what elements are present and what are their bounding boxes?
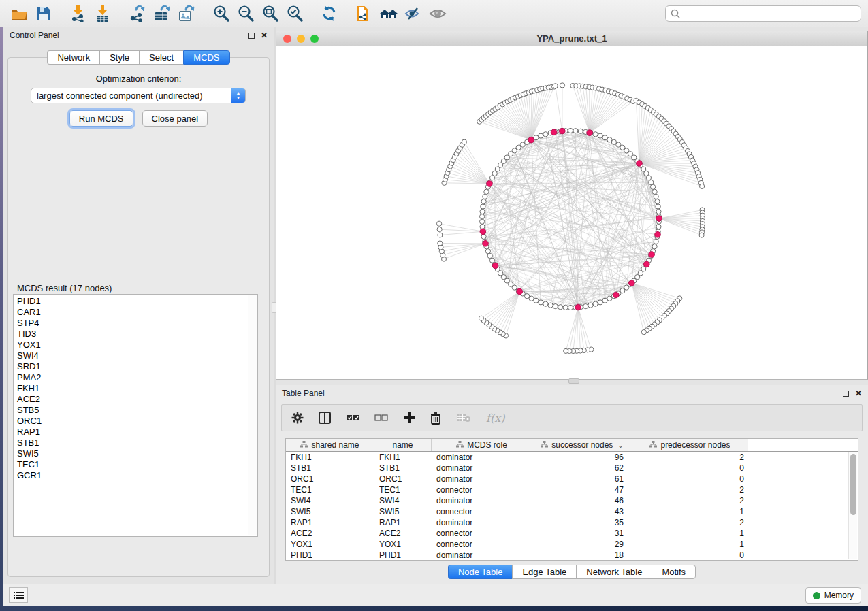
mcds-result-item[interactable]: GCR1 [17,470,257,481]
tab-motifs[interactable]: Motifs [652,565,696,579]
status-bar: Memory [3,584,868,606]
mcds-result-item[interactable]: FKH1 [17,383,257,394]
network-window-title: YPA_prune.txt_1 [276,33,867,44]
home-networks-icon[interactable] [376,3,401,24]
delete-row-icon[interactable] [430,412,441,425]
save-icon[interactable] [31,3,56,24]
import-network-icon[interactable] [66,3,91,24]
app-window: Control Panel ✕ NetworkStyleSelectMCDS O… [3,27,868,584]
mcds-result-item[interactable]: ACE2 [17,394,257,405]
control-panel-title: Control Panel [10,31,59,40]
tab-mcds[interactable]: MCDS [183,50,229,65]
search-input[interactable] [681,9,856,18]
task-history-button[interactable] [9,587,28,603]
network-region: YPA_prune.txt_1 Table Panel ✕ [276,27,868,584]
network-canvas[interactable] [276,46,868,380]
mcds-result-item[interactable]: STB1 [17,437,257,448]
mcds-result-item[interactable]: RAP1 [17,427,257,437]
mcds-result-title: MCDS result (17 nodes) [14,283,114,293]
table-row[interactable]: YOX1YOX1connector291 [286,539,858,550]
tree-icon [649,440,657,450]
column-header-successor-nodes[interactable]: successor nodes⌄ [532,439,632,451]
add-row-icon[interactable] [403,412,415,424]
mcds-result-item[interactable]: CAR1 [17,307,257,318]
open-folder-icon[interactable] [7,3,31,24]
zoom-out-icon[interactable] [234,3,258,24]
import-table-icon[interactable] [91,3,115,24]
memory-status-icon [813,592,820,599]
mcds-result-item[interactable]: TID3 [17,329,257,340]
mcds-result-item[interactable]: SWI5 [17,448,257,459]
tree-icon [456,440,464,450]
share-document-icon[interactable] [352,3,376,24]
optimization-criterion-select[interactable]: largest connected component (undirected)… [31,88,246,103]
table-row[interactable]: FKH1FKH1dominator962 [286,452,858,463]
list-scrollbar[interactable] [248,295,257,535]
table-scrollbar-thumb[interactable] [850,454,856,515]
table-tabs: Node TableEdge TableNetwork TableMotifs [448,565,696,579]
close-panel-button[interactable]: Close panel [142,110,208,127]
table-row[interactable]: STB1STB1dominator620 [286,463,858,474]
table-body: FKH1FKH1dominator962STB1STB1dominator620… [286,452,858,561]
mcds-result-item[interactable]: ORC1 [17,416,257,427]
horizontal-splitter-handle[interactable] [568,378,579,384]
table-row[interactable]: RAP1RAP1dominator352 [286,517,858,528]
zoom-in-icon[interactable] [209,3,234,24]
control-panel: Control Panel ✕ NetworkStyleSelectMCDS O… [3,27,274,584]
search-box[interactable] [665,5,861,22]
zoom-selected-icon[interactable] [283,3,307,24]
tab-select[interactable]: Select [139,50,183,65]
search-icon [670,8,681,19]
toolbar-separator [61,4,61,23]
memory-label: Memory [824,591,854,600]
table-row[interactable]: ORC1ORC1dominator610 [286,474,858,484]
refresh-icon[interactable] [317,3,342,24]
tab-network[interactable]: Network [47,50,99,65]
export-table-icon[interactable] [150,3,174,24]
zoom-fit-icon[interactable] [258,3,283,24]
tab-node-table[interactable]: Node Table [448,565,513,579]
mcds-result-item[interactable]: TEC1 [17,459,257,470]
mcds-result-item[interactable]: STB5 [17,405,257,416]
tab-network-table[interactable]: Network Table [576,565,652,579]
sort-desc-icon: ⌄ [617,442,623,449]
mcds-result-item[interactable]: PHD1 [17,296,257,307]
show-details-icon[interactable] [425,3,450,24]
select-all-icon[interactable] [346,413,359,423]
mcds-result-list[interactable]: PHD1CAR1STP4TID3YOX1SWI4SRD1PMA2FKH1ACE2… [13,294,258,537]
float-panel-icon[interactable] [248,33,255,39]
tree-icon [300,440,308,450]
settings-gear-icon[interactable] [291,412,304,424]
column-header-name[interactable]: name [374,439,432,451]
mcds-result-item[interactable]: STP4 [17,318,257,329]
mcds-result-item[interactable]: YOX1 [17,340,257,350]
close-panel-icon[interactable]: ✕ [261,33,268,39]
run-mcds-button[interactable]: Run MCDS [69,110,133,127]
table-row[interactable]: PHD1PHD1dominator180 [286,550,858,561]
table-row[interactable]: SWI5SWI5connector431 [286,506,858,517]
column-insert-icon[interactable] [319,412,331,424]
table-row[interactable]: ACE2ACE2connector311 [286,528,858,539]
column-header-predecessor-nodes[interactable]: predecessor nodes [632,439,748,451]
column-header-shared-name[interactable]: shared name [286,439,374,451]
mcds-result-item[interactable]: PMA2 [17,372,257,383]
memory-button[interactable]: Memory [805,587,861,604]
tab-edge-table[interactable]: Edge Table [512,565,576,579]
table-row[interactable]: TEC1TEC1connector472 [286,484,858,495]
table-scrollbar[interactable] [848,452,857,559]
deselect-all-icon[interactable] [374,413,388,423]
tab-style[interactable]: Style [99,50,139,65]
export-network-icon[interactable] [125,3,150,24]
mcds-result-item[interactable]: SWI4 [17,350,257,361]
main-toolbar [0,0,868,27]
float-panel-icon[interactable] [843,391,849,397]
column-header-MCDS-role[interactable]: MCDS role [432,439,532,451]
hide-details-icon[interactable] [401,3,425,24]
network-window-titlebar[interactable]: YPA_prune.txt_1 [276,31,868,46]
close-panel-icon[interactable]: ✕ [855,391,862,397]
control-panel-tabs: NetworkStyleSelectMCDS [47,50,229,65]
optimization-criterion-label: Optimization criterion: [3,73,274,84]
table-row[interactable]: SWI4SWI4dominator462 [286,495,858,506]
mcds-result-item[interactable]: SRD1 [17,361,257,372]
export-image-icon[interactable] [174,3,199,24]
